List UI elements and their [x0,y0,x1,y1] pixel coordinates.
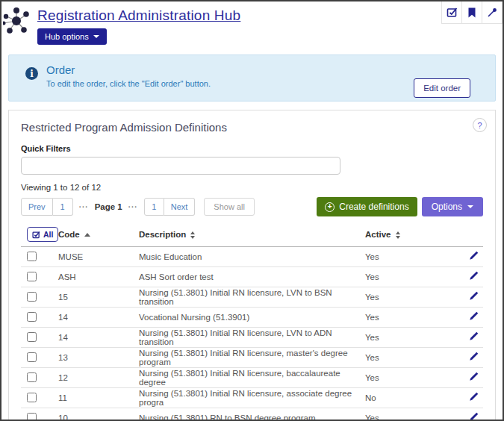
check-box-icon [32,231,40,239]
edit-row-button[interactable] [467,411,480,421]
row-description: Music Education [139,247,365,267]
chevron-down-icon [93,35,99,38]
row-active: Yes [365,348,449,368]
row-active: No [365,388,449,408]
row-description: Nursing (51.3801) Initial RN licensure, … [139,328,365,348]
edit-row-button[interactable] [467,370,480,385]
row-checkbox[interactable] [27,413,37,421]
column-header-description[interactable]: Description [139,224,365,247]
edit-row-button[interactable] [467,330,480,345]
quick-filters-input[interactable] [21,157,340,175]
plus-circle-icon: + [325,202,335,212]
create-definitions-label: Create definitions [339,202,408,212]
prev-page-group: Prev 1 [21,198,73,216]
row-active: Yes [365,408,449,421]
row-active: Yes [365,267,449,287]
table-row: ASH ASH Sort order test Yes [21,267,483,287]
top-toolbar [442,1,503,24]
column-header-active[interactable]: Active [365,224,449,247]
table-row: 15 Nursing (51.3801) Initial RN licensur… [21,287,483,308]
pencil-icon [469,352,479,361]
definitions-panel-title: Restricted Program Admission Definitions [21,121,483,134]
pin-icon[interactable] [482,1,503,24]
table-row: 13 Nursing (51.3801) Initial RN licensur… [21,348,483,368]
row-description: Vocational Nursing (51.3901) [139,308,365,328]
row-code: 14 [58,328,139,348]
action-buttons: + Create definitions Options [317,197,483,216]
create-definitions-button[interactable]: + Create definitions [317,197,417,216]
definitions-panel: Restricted Program Admission Definitions… [8,110,496,421]
row-checkbox[interactable] [27,352,37,362]
row-description: ASH Sort order test [139,267,365,287]
row-checkbox[interactable] [27,312,37,322]
row-code: 13 [58,348,139,368]
sort-ascending-icon [84,233,90,237]
page-title[interactable]: Registration Administration Hub [37,7,240,24]
pagination-row: Prev 1 ··· Page 1 ··· 1 Next Show all + … [21,197,483,216]
order-panel: i Order To edit the order, click the "Ed… [8,54,496,102]
table-row: MUSE Music Education Yes [21,247,483,267]
app-window: Registration Administration Hub Hub opti… [0,0,504,421]
row-checkbox[interactable] [27,252,37,261]
row-description: Nursing (51.3801) Initial RN licensure, … [139,388,365,408]
options-button[interactable]: Options [422,197,483,216]
row-code: 11 [58,388,139,408]
current-page-label: Page 1 [95,202,122,211]
viewing-count-text: Viewing 1 to 12 of 12 [21,182,483,193]
table-row: 14 Vocational Nursing (51.3901) Yes [21,308,483,328]
edit-row-button[interactable] [467,249,480,264]
row-active: Yes [365,368,449,388]
table-header-row: All Code Description Active [21,224,483,247]
pencil-icon [469,271,479,281]
edit-order-button[interactable]: Edit order [414,78,470,98]
row-code: ASH [58,267,139,287]
active-header-label: Active [365,230,391,239]
chevron-down-icon [467,205,473,208]
options-label: Options [432,202,462,212]
row-checkbox[interactable] [27,372,37,382]
bookmark-icon[interactable] [461,1,482,24]
edit-row-button[interactable] [467,290,480,305]
pencil-icon [469,251,479,261]
edit-row-button[interactable] [467,390,480,405]
edit-row-button[interactable] [467,269,480,284]
row-checkbox[interactable] [27,272,37,281]
row-checkbox[interactable] [27,332,37,342]
show-all-button[interactable]: Show all [204,198,255,216]
prev-page-number-button[interactable]: 1 [53,198,73,216]
definitions-table-body: MUSE Music Education Yes ASH ASH Sort or… [21,247,483,421]
help-icon[interactable]: ? [473,118,487,132]
column-header-code[interactable]: Code [58,224,139,247]
row-description: Nursing (51.3801) RN to BSN degree progr… [139,408,365,421]
order-title: Order [46,63,75,76]
edit-row-button[interactable] [467,310,480,325]
table-row: 11 Nursing (51.3801) Initial RN licensur… [21,388,483,408]
order-message: To edit the order, click the "Edit order… [46,79,211,88]
row-code: 15 [58,287,139,308]
table-row: 10 Nursing (51.3801) RN to BSN degree pr… [21,408,483,421]
row-active: Yes [365,308,449,328]
pencil-icon [469,372,479,381]
edit-row-button[interactable] [467,350,480,365]
next-button[interactable]: Next [164,198,196,216]
next-page-group: 1 Next [144,198,196,216]
row-code: 10 [58,408,139,421]
row-checkbox[interactable] [27,292,37,302]
row-code: MUSE [58,247,139,267]
definitions-table: All Code Description Active [21,224,483,421]
row-active: Yes [365,247,449,267]
pagination-ellipsis: ··· [79,203,89,211]
quick-filters-label: Quick Filters [21,144,483,154]
approve-icon[interactable] [441,1,462,24]
description-header-label: Description [139,230,186,239]
pencil-icon [469,311,479,321]
row-code: 14 [58,308,139,328]
row-checkbox[interactable] [27,393,37,402]
next-page-number-button[interactable]: 1 [144,198,164,216]
prev-button[interactable]: Prev [21,198,53,216]
row-code: 12 [58,368,139,388]
hub-options-button[interactable]: Hub options [37,28,107,45]
table-row: 14 Nursing (51.3801) Initial RN licensur… [21,328,483,348]
row-description: Nursing (51.3801) Initial RN licensure, … [139,348,365,368]
select-all-button[interactable]: All [27,227,58,242]
